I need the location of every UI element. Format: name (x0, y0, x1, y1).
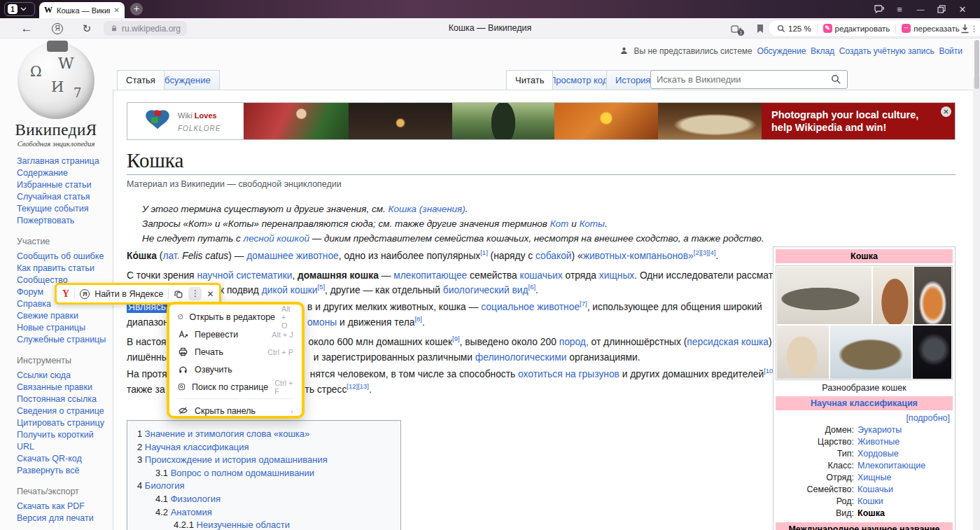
taxon-link[interactable]: Животные (854, 436, 899, 448)
restore-window-icon[interactable] (931, 5, 952, 13)
toc-link[interactable]: Научная классификация (145, 442, 249, 452)
taxon-link[interactable]: Млекопитающие (854, 460, 925, 472)
reference-link[interactable]: [7] (580, 300, 587, 307)
reference-link[interactable]: [9] (452, 335, 460, 342)
sidebar-item[interactable]: Цитировать страницу (17, 417, 109, 429)
sidebar-item[interactable]: Постоянная ссылка (17, 393, 109, 405)
wiki-link[interactable]: кошачьих (519, 270, 562, 281)
sidebar-item[interactable]: Служебные страницы (17, 334, 109, 346)
reload-icon[interactable]: ↻ (80, 22, 94, 36)
sidebar-item[interactable]: Пожертвовать (17, 215, 109, 227)
wiki-link[interactable]: Кот (550, 218, 569, 229)
close-window-icon[interactable]: ✕ (952, 4, 973, 15)
bookmark-icon[interactable] (753, 22, 767, 36)
sidebar-item[interactable]: Как править статьи (17, 263, 109, 274)
find-in-yandex-button[interactable]: Найти в Яндексе (94, 289, 163, 299)
zoom-control[interactable]: 125 % (771, 25, 817, 33)
wiki-link[interactable]: фелинологическими (475, 352, 567, 363)
sidebar-item[interactable]: Случайная статья (17, 191, 109, 203)
wiki-link[interactable]: дикой кошки (262, 285, 318, 295)
address-bar[interactable]: ru.wikipedia.org (104, 21, 187, 36)
toc-link[interactable]: Вопрос о полном одомашнивании (171, 468, 314, 478)
scrollbar-thumb[interactable] (974, 40, 979, 89)
popup-more-icon[interactable]: ⋮ (188, 287, 202, 300)
reference-link[interactable]: [5] (318, 283, 326, 291)
cat-photo-orange-white[interactable] (914, 267, 951, 324)
toc-link[interactable]: Происхождение и история одомашнивания (145, 454, 328, 465)
tab-count-button[interactable]: 1 (4, 2, 35, 16)
wiki-link[interactable]: омоны (307, 317, 337, 328)
cat-photo-siamese[interactable] (777, 326, 829, 379)
toc-link[interactable]: Неизученные области (197, 519, 290, 530)
cat-photo-gray-dark[interactable] (913, 326, 951, 379)
menu-item-hide-panel[interactable]: Скрыть панель› (169, 402, 302, 419)
taxon-link[interactable]: Хордовые (854, 448, 899, 460)
reference-link[interactable]: [2][3][4] (694, 249, 716, 256)
personal-link-createaccount[interactable]: Создать учётную запись (839, 46, 934, 56)
toc-link[interactable]: Биология (145, 480, 185, 491)
wiki-link[interactable]: хищных (599, 270, 634, 281)
sidebar-item[interactable]: Связанные правки (17, 382, 109, 393)
wiki-link[interactable]: животных-компаньонов» (583, 251, 694, 261)
reference-link[interactable]: [6] (528, 283, 536, 291)
toc-link[interactable]: Анатомия (171, 507, 212, 517)
sidebar-panels-icon[interactable] (868, 4, 889, 14)
sidebar-item[interactable]: Избранные статьи (17, 179, 109, 191)
menu-item-read-aloud[interactable]: Озвучить (169, 361, 302, 378)
personal-link-contribs[interactable]: Вклад (811, 46, 834, 56)
menu-item-open-in-editor[interactable]: Открыть в редактореAlt + O (169, 308, 302, 326)
wiki-link[interactable]: научной систематики (197, 270, 292, 281)
sidebar-item[interactable]: Новые страницы (17, 322, 109, 334)
minimize-icon[interactable]: — (910, 5, 931, 13)
cat-photo-tabby-snow[interactable] (830, 326, 911, 379)
taxobox-detail-link[interactable]: [подробно] (776, 410, 953, 424)
wiki-link[interactable]: лесной кошкой (244, 233, 309, 244)
sidebar-item[interactable]: Свежие правки (17, 310, 109, 322)
sidebar-item[interactable]: Скачать QR-код (17, 453, 109, 465)
cat-photo-tabby-lying[interactable] (777, 267, 872, 324)
sidebar-item[interactable]: Содержание (17, 167, 109, 179)
taxon-link[interactable]: Эукариоты (854, 424, 902, 436)
wiki-link[interactable]: пород, (559, 337, 589, 347)
personal-link-talk[interactable]: Обсуждение (757, 46, 806, 56)
edit-page-button[interactable]: ✎ редактировать (818, 24, 896, 33)
downloads-icon[interactable] (958, 22, 972, 36)
yandex-home-icon[interactable]: Я (50, 22, 64, 36)
personal-link-login[interactable]: Войти (939, 46, 962, 56)
wiki-link[interactable]: домашнее животное (246, 251, 339, 261)
wiki-link[interactable]: биологический вид (443, 285, 528, 295)
wiki-link[interactable]: млекопитающее (393, 270, 467, 281)
tab-read[interactable]: Читать (506, 70, 553, 90)
wiki-link[interactable]: собакой (536, 251, 572, 261)
tab-close-icon[interactable]: ✕ (114, 6, 120, 14)
sidebar-item[interactable]: Версия для печати (17, 512, 109, 524)
sidebar-item[interactable]: Сообщить об ошибке (17, 251, 109, 263)
sidebar-item[interactable]: Ссылки сюда (17, 370, 109, 382)
wiki-link[interactable]: социальное животное (481, 302, 580, 312)
wiki-loves-folklore-banner[interactable]: Wiki Loves FOLKLORE Photograph your loca… (127, 102, 955, 140)
wiki-link[interactable]: лат. (162, 251, 179, 261)
sidebar-item[interactable]: Сведения о странице (17, 405, 109, 417)
browser-menu-icon[interactable]: ≡ (889, 4, 910, 15)
banner-close-icon[interactable]: ✕ (941, 106, 951, 117)
tab-article[interactable]: Статья (117, 70, 164, 90)
sidebar-item[interactable]: Развернуть всё (17, 465, 109, 477)
toc-link[interactable]: Физиология (171, 494, 220, 504)
menu-item-find-on-page[interactable]: Поиск по страницеCtrl + F (169, 378, 302, 396)
wikipedia-logo[interactable]: Ω W И 7 (18, 42, 94, 119)
back-icon[interactable]: ← (20, 22, 34, 36)
wiki-link[interactable]: охотиться на грызунов (518, 369, 620, 379)
taxon-link[interactable]: Кошки (854, 496, 883, 508)
camera-permission-icon[interactable]: 1 (729, 22, 743, 36)
sidebar-item[interactable]: Получить короткий URL (17, 429, 109, 453)
taxon-link[interactable]: Кошачьи (854, 484, 893, 496)
reference-link[interactable]: [12][13] (346, 382, 369, 390)
cat-photo-abyssinian[interactable] (873, 267, 913, 324)
copy-icon[interactable] (174, 289, 183, 299)
popup-close-icon[interactable]: ✕ (206, 289, 214, 299)
sidebar-item[interactable]: Скачать как PDF (17, 501, 109, 512)
browser-tab[interactable]: W Кошка — Википедия ✕ (39, 2, 125, 18)
scrollbar-track[interactable] (973, 77, 980, 530)
toc-link[interactable]: Значение и этимология слова «кошка» (145, 428, 309, 439)
new-tab-button[interactable]: + (130, 3, 143, 15)
